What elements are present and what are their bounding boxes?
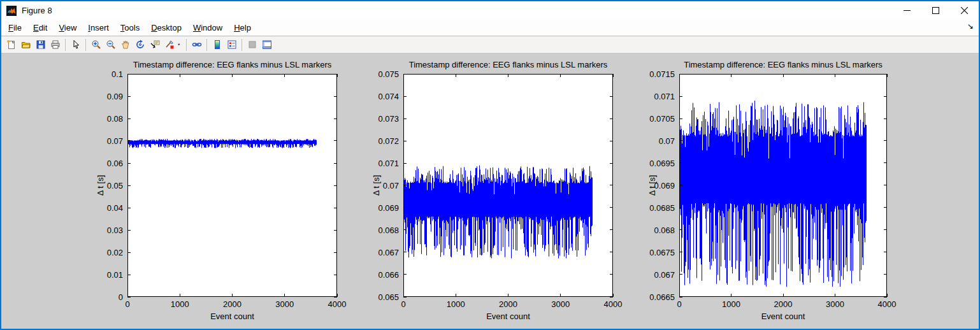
y-tick-label: 0.09 (107, 92, 123, 101)
toolbar-separator (65, 39, 66, 51)
y-tick-label: 0.1 (112, 69, 123, 79)
x-tick-label: 0 (125, 299, 129, 309)
y-tick-label: 0.072 (378, 136, 399, 146)
menu-item-edit[interactable]: Edit (27, 20, 53, 35)
y-tick-label: 0.04 (107, 203, 123, 213)
subplot-2: 010002000300040000.0650.0660.0670.0680.0… (371, 60, 622, 321)
close-icon (961, 7, 968, 14)
plot-title: Timestamp difference: EEG flanks minus L… (409, 60, 608, 69)
link-plot-button[interactable] (189, 38, 204, 52)
insert-colorbar-button[interactable] (210, 38, 224, 52)
figure-toolbar (1, 36, 979, 54)
y-tick-label: 0.06 (107, 159, 123, 168)
y-tick-label: 0.068 (378, 226, 399, 235)
show-plot-tools-button[interactable] (259, 38, 274, 52)
x-tick-label: 4000 (604, 299, 623, 309)
plot-title: Timestamp difference: EEG flanks minus L… (684, 60, 883, 69)
menu-item-insert[interactable]: Insert (82, 20, 115, 35)
y-tick-label: 0.0675 (649, 248, 675, 257)
y-tick-label: 0.067 (654, 270, 675, 280)
y-tick-label: 0.069 (378, 203, 399, 213)
rotate-3d-button[interactable] (133, 38, 147, 52)
y-tick-label: 0.071 (654, 92, 675, 101)
y-tick-label: 0.07 (659, 136, 675, 146)
x-tick-label: 4000 (878, 299, 897, 309)
menu-item-tools[interactable]: Tools (115, 20, 145, 35)
x-tick-label: 1000 (171, 299, 189, 309)
y-tick-label: 0.069 (654, 181, 675, 190)
menu-item-help[interactable]: Help (228, 20, 257, 35)
y-tick-label: 0.01 (107, 270, 123, 280)
new-figure-button[interactable] (4, 38, 18, 52)
x-tick-label: 2000 (499, 299, 517, 309)
close-button[interactable] (950, 1, 979, 20)
minimize-button[interactable] (893, 1, 921, 20)
x-tick-label: 2000 (774, 299, 793, 309)
toolbar-separator (241, 39, 242, 51)
rotate-3d-icon (135, 39, 145, 50)
y-tick-label: 0.0715 (649, 69, 675, 79)
y-tick-label: 0.0665 (649, 292, 675, 302)
pan-hand-icon (120, 39, 131, 50)
minimize-icon (904, 7, 911, 14)
hide-plot-tools-icon (247, 39, 257, 50)
x-axis-label: Event count (761, 312, 805, 321)
data-cursor-button[interactable] (147, 38, 162, 52)
print-figure-button[interactable] (48, 38, 62, 52)
open-file-icon (21, 39, 31, 50)
edit-arrow-icon (71, 39, 81, 50)
edit-arrow-button[interactable] (68, 38, 83, 52)
brush-data-icon (164, 39, 175, 50)
y-tick-label: 0.074 (378, 92, 399, 101)
matlab-app-icon (6, 6, 17, 16)
y-tick-label: 0.067 (378, 248, 399, 257)
menu-item-view[interactable]: View (53, 20, 82, 35)
figure-window: Figure 8 FileEditViewInsertToolsDesktopW… (0, 0, 980, 330)
x-tick-label: 3000 (275, 299, 294, 309)
y-tick-label: 0.0685 (649, 203, 675, 213)
zoom-in-button[interactable] (89, 38, 103, 52)
titlebar: Figure 8 (1, 1, 979, 20)
y-axis-label: Δ t [s] (647, 175, 657, 196)
insert-legend-button[interactable] (224, 38, 239, 52)
zoom-out-button[interactable] (103, 38, 118, 52)
dock-figure-icon[interactable]: ↘ (967, 22, 974, 31)
data-cursor-icon (150, 39, 160, 50)
save-figure-icon (36, 39, 46, 50)
save-figure-button[interactable] (33, 38, 48, 52)
insert-colorbar-icon (212, 39, 222, 50)
y-tick-label: 0.08 (107, 114, 123, 124)
new-figure-icon (6, 39, 17, 50)
open-file-button[interactable] (18, 38, 33, 52)
x-axis-label: Event count (210, 312, 254, 321)
x-tick-label: 1000 (722, 299, 740, 309)
y-tick-label: 0.07 (107, 136, 123, 146)
menu-item-file[interactable]: File (3, 20, 27, 35)
window-title: Figure 8 (22, 6, 52, 15)
link-plot-icon (192, 39, 202, 50)
y-tick-label: 0.075 (378, 69, 399, 79)
plot-area (127, 74, 337, 297)
y-tick-label: 0.0705 (649, 114, 675, 124)
dropdown-arrow-icon (177, 39, 184, 50)
dropdown-arrow-button[interactable] (177, 38, 184, 52)
print-figure-icon (50, 39, 61, 50)
x-tick-label: 3000 (551, 299, 570, 309)
toolbar-separator (186, 39, 187, 51)
y-tick-label: 0.073 (378, 114, 399, 124)
menu-item-desktop[interactable]: Desktop (145, 20, 187, 35)
x-axis-label: Event count (486, 312, 530, 321)
pan-hand-button[interactable] (118, 38, 133, 52)
figure-canvas: 0100020003000400000.010.020.030.040.050.… (1, 54, 979, 329)
x-tick-label: 4000 (328, 299, 347, 309)
y-tick-label: 0.07 (383, 181, 399, 190)
y-tick-label: 0.065 (378, 292, 399, 302)
maximize-icon (932, 7, 939, 14)
brush-data-button[interactable] (162, 38, 177, 52)
maximize-button[interactable] (921, 1, 950, 20)
show-plot-tools-icon (262, 39, 272, 50)
y-tick-label: 0.071 (378, 159, 399, 168)
toolbar-separator (85, 39, 86, 51)
y-tick-label: 0.05 (107, 181, 123, 190)
menu-item-window[interactable]: Window (187, 20, 228, 35)
